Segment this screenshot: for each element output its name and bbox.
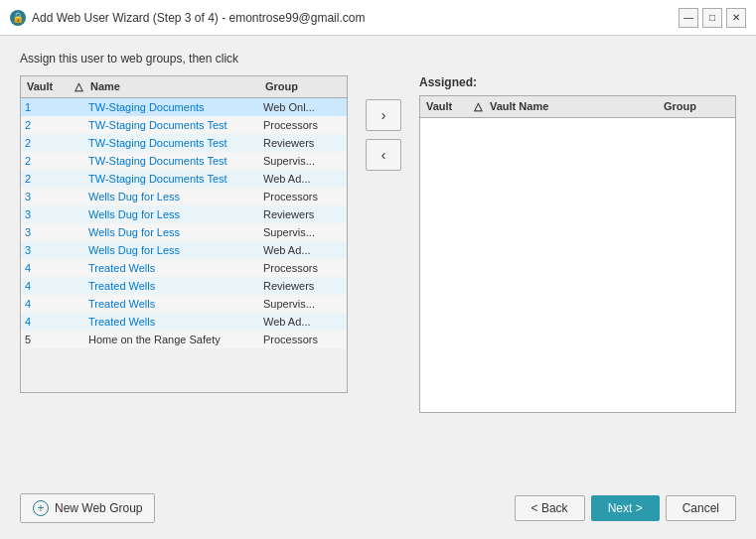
table-row[interactable]: 2 TW-Staging Documents Test Web Ad... [21,170,347,188]
cancel-button[interactable]: Cancel [666,495,736,521]
cell-vault: 5 [25,334,73,345]
cell-name: TW-Staging Documents Test [88,137,263,149]
cell-group: Reviewers [263,137,343,149]
cell-vault: 2 [25,155,73,167]
cell-group: Web Ad... [263,316,343,328]
cell-group: Processors [263,262,343,274]
table-row[interactable]: 3 Wells Dug for Less Supervis... [21,223,347,241]
cell-vault: 4 [25,262,73,274]
cell-name: TW-Staging Documents Test [88,119,263,131]
cell-group: Processors [263,334,343,345]
cell-group: Supervis... [263,298,343,310]
window-title: Add Web User Wizard (Step 3 of 4) - emon… [32,11,365,25]
cell-vault: 3 [25,226,73,238]
cell-name: Treated Wells [88,262,263,274]
middle-buttons: › ‹ [356,99,411,171]
right-panel: Assigned: Vault △ Vault Name Group [419,75,736,413]
table-row[interactable]: 1 TW-Staging Documents Web Onl... [21,98,347,116]
cell-name: Treated Wells [88,316,263,328]
cell-vault: 4 [25,298,73,310]
cell-name: Home on the Range Safety [88,334,263,345]
cell-group: Reviewers [263,280,343,292]
title-bar-left: 🔒 Add Web User Wizard (Step 3 of 4) - em… [10,10,365,26]
left-col-sort-header: △ [73,79,88,94]
table-row[interactable]: 4 Treated Wells Processors [21,259,347,277]
cell-vault: 4 [25,316,73,328]
close-button[interactable]: ✕ [726,8,746,28]
left-table-header: Vault △ Name Group [21,76,347,98]
table-row[interactable]: 5 Home on the Range Safety Processors [21,331,347,348]
right-col-group-header: Group [662,99,731,114]
cell-vault: 4 [25,280,73,292]
left-col-vault-header: Vault [25,79,73,94]
right-col-sort-header: △ [472,99,488,114]
new-web-group-button[interactable]: + New Web Group [20,493,155,523]
table-row[interactable]: 3 Wells Dug for Less Reviewers [21,205,347,223]
cell-name: Wells Dug for Less [88,191,263,202]
title-bar-controls: — □ ✕ [679,8,746,28]
cell-vault: 3 [25,191,73,202]
right-table-body [420,118,735,412]
table-row[interactable]: 4 Treated Wells Reviewers [21,277,347,295]
next-button[interactable]: Next > [591,495,660,521]
table-row[interactable]: 2 TW-Staging Documents Test Reviewers [21,134,347,152]
table-row[interactable]: 2 TW-Staging Documents Test Supervis... [21,152,347,170]
assigned-label: Assigned: [419,75,736,89]
left-col-name-header: Name [88,79,263,94]
unassign-button[interactable]: ‹ [366,139,401,171]
cell-vault: 3 [25,244,73,256]
main-content: Assign this user to web groups, then cli… [0,36,756,539]
cell-group: Web Ad... [263,244,343,256]
cell-vault: 2 [25,137,73,149]
cell-vault: 2 [25,173,73,185]
cell-name: TW-Staging Documents Test [88,155,263,167]
table-row[interactable]: 3 Wells Dug for Less Processors [21,188,347,205]
right-table-header: Vault △ Vault Name Group [420,96,735,118]
cell-group: Supervis... [263,155,343,167]
table-row[interactable]: 2 TW-Staging Documents Test Processors [21,116,347,134]
cell-name: Treated Wells [88,298,263,310]
cell-name: Wells Dug for Less [88,244,263,256]
cell-name: Wells Dug for Less [88,226,263,238]
cell-group: Supervis... [263,226,343,238]
right-table: Vault △ Vault Name Group [419,95,736,413]
table-row[interactable]: 4 Treated Wells Supervis... [21,295,347,313]
left-table: Vault △ Name Group 1 TW-Staging Document… [20,75,348,393]
lock-icon: 🔒 [10,10,26,26]
cell-group: Processors [263,119,343,131]
left-col-group-header: Group [263,79,343,94]
cell-group: Web Ad... [263,173,343,185]
left-table-body[interactable]: 1 TW-Staging Documents Web Onl... 2 TW-S… [21,98,347,392]
assign-button[interactable]: › [366,99,401,131]
cell-name: TW-Staging Documents Test [88,173,263,185]
restore-button[interactable]: □ [702,8,722,28]
cell-name: Treated Wells [88,280,263,292]
new-group-label: New Web Group [55,501,142,515]
cell-group: Reviewers [263,208,343,220]
nav-buttons: < Back Next > Cancel [515,495,736,521]
cell-group: Web Onl... [263,101,343,113]
cell-name: Wells Dug for Less [88,208,263,220]
panels-area: Vault △ Name Group 1 TW-Staging Document… [20,75,736,475]
plus-circle-icon: + [33,500,49,516]
right-col-vaultname-header: Vault Name [488,99,662,114]
right-col-vault-header: Vault [424,99,472,114]
table-row[interactable]: 3 Wells Dug for Less Web Ad... [21,241,347,259]
back-button[interactable]: < Back [515,495,585,521]
cell-name: TW-Staging Documents [88,101,263,113]
cell-vault: 1 [25,101,73,113]
left-panel: Vault △ Name Group 1 TW-Staging Document… [20,75,348,393]
cell-vault: 3 [25,208,73,220]
minimize-button[interactable]: — [679,8,698,28]
title-bar: 🔒 Add Web User Wizard (Step 3 of 4) - em… [0,0,756,36]
cell-vault: 2 [25,119,73,131]
cell-group: Processors [263,191,343,202]
instruction-text: Assign this user to web groups, then cli… [20,52,736,66]
bottom-bar: + New Web Group < Back Next > Cancel [20,483,736,523]
table-row[interactable]: 4 Treated Wells Web Ad... [21,313,347,331]
